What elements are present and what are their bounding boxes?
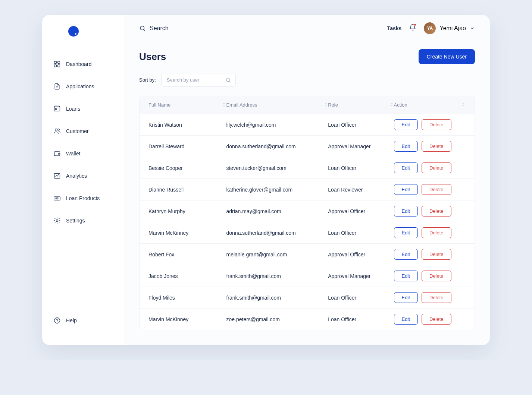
- sidebar-item-settings[interactable]: Settings: [49, 212, 117, 230]
- cell-role: Approval Officer: [328, 252, 394, 257]
- cell-email: steven.tucker@gmail.com: [226, 165, 328, 171]
- cell-actions: EditDelete: [394, 292, 466, 303]
- edit-button[interactable]: Edit: [394, 119, 418, 130]
- delete-button[interactable]: Delete: [422, 292, 451, 303]
- sort-icon: [323, 102, 328, 108]
- cell-name: Bessie Cooper: [148, 165, 226, 171]
- delete-button[interactable]: Delete: [422, 227, 451, 238]
- svg-point-6: [55, 129, 57, 131]
- delete-button[interactable]: Delete: [422, 206, 451, 217]
- grid-icon: [53, 60, 61, 68]
- user-menu[interactable]: YA Yemi Ajao: [424, 22, 475, 34]
- cell-actions: EditDelete: [394, 119, 466, 130]
- cell-actions: EditDelete: [394, 162, 466, 173]
- sort-icon: [461, 102, 466, 108]
- cell-role: Loan Officer: [328, 295, 394, 301]
- edit-button[interactable]: Edit: [394, 162, 418, 173]
- sidebar-item-customer[interactable]: Customer: [49, 122, 117, 140]
- delete-button[interactable]: Delete: [422, 119, 451, 130]
- svg-rect-10: [54, 197, 60, 200]
- table-row: Jacob Jonesfrank.smith@gmail.comApproval…: [140, 265, 475, 287]
- table-row: Robert Foxmelanie.grant@gmail.comApprova…: [140, 243, 475, 265]
- gear-icon: [53, 217, 61, 224]
- sidebar-item-label: Applications: [66, 83, 94, 89]
- search-icon: [225, 77, 231, 83]
- cell-email: donna.sutherland@gmail.com: [226, 143, 328, 149]
- chart-icon: [53, 172, 61, 180]
- edit-button[interactable]: Edit: [394, 314, 418, 325]
- search-label: Search: [150, 25, 169, 32]
- cell-email: zoe.peters@gmail.com: [226, 316, 328, 322]
- delete-button[interactable]: Delete: [422, 184, 451, 195]
- cell-actions: EditDelete: [394, 249, 466, 260]
- tasks-link[interactable]: Tasks: [387, 25, 402, 31]
- cell-email: katherine.glover@gmail.com: [226, 187, 328, 193]
- page-title: Users: [139, 51, 166, 63]
- sidebar-item-analytics[interactable]: Analytics: [49, 167, 117, 185]
- cell-name: Robert Fox: [148, 252, 226, 257]
- edit-button[interactable]: Edit: [394, 292, 418, 303]
- help-icon: [53, 317, 61, 324]
- table-row: Kathryn Murphyadrian.may@gmail.comApprov…: [140, 200, 475, 222]
- notifications-button[interactable]: [409, 24, 416, 33]
- sidebar: DashboardApplicationsLoansCustomerWallet…: [42, 15, 124, 345]
- delete-button[interactable]: Delete: [422, 314, 451, 325]
- cell-email: lily.welch@gmail.com: [226, 122, 328, 128]
- column-header[interactable]: Full Name: [148, 102, 226, 108]
- table-row: Bessie Coopersteven.tucker@gmail.comLoan…: [140, 157, 475, 178]
- cell-name: Marvin McKinney: [148, 230, 226, 236]
- table-row: Darrell Stewarddonna.sutherland@gmail.co…: [140, 135, 475, 157]
- sidebar-item-applications[interactable]: Applications: [49, 78, 117, 95]
- table-row: Marvin McKinneyzoe.peters@gmail.comLoan …: [140, 308, 475, 330]
- sidebar-item-loan-products[interactable]: Loan Products: [49, 189, 117, 207]
- edit-button[interactable]: Edit: [394, 271, 418, 281]
- search-icon: [139, 25, 146, 32]
- cell-email: melanie.grant@gmail.com: [226, 252, 328, 257]
- sidebar-item-help[interactable]: Help: [49, 312, 117, 329]
- cell-role: Approval Officer: [328, 208, 394, 214]
- edit-button[interactable]: Edit: [394, 249, 418, 260]
- column-label: Full Name: [148, 102, 170, 108]
- sidebar-item-label: Loan Products: [66, 195, 100, 201]
- sort-input-wrap: [161, 73, 236, 87]
- edit-button[interactable]: Edit: [394, 141, 418, 152]
- table-row: Dianne Russellkatherine.glover@gmail.com…: [140, 178, 475, 200]
- users-table: Full NameEmail AddressRoleAction Kristin…: [139, 96, 475, 330]
- column-label: Email Address: [226, 102, 257, 108]
- cell-name: Jacob Jones: [148, 273, 226, 279]
- cell-email: frank.smith@gmail.com: [226, 295, 328, 301]
- column-header[interactable]: Action: [394, 102, 466, 108]
- delete-button[interactable]: Delete: [422, 141, 451, 152]
- table-header: Full NameEmail AddressRoleAction: [140, 96, 475, 114]
- edit-button[interactable]: Edit: [394, 227, 418, 238]
- edit-button[interactable]: Edit: [394, 206, 418, 217]
- logo-wrap: [42, 26, 124, 55]
- cell-role: Approval Manager: [328, 143, 394, 149]
- sidebar-item-label: Loans: [66, 106, 80, 112]
- wallet-icon: [53, 150, 61, 157]
- create-user-button[interactable]: Create New User: [419, 49, 475, 64]
- main-area: Search Tasks YA Yemi Ajao Users Create N…: [124, 15, 490, 345]
- sidebar-item-wallet[interactable]: Wallet: [49, 145, 117, 162]
- delete-button[interactable]: Delete: [422, 271, 451, 281]
- svg-rect-2: [54, 65, 57, 67]
- page-header: Users Create New User: [139, 49, 475, 64]
- delete-button[interactable]: Delete: [422, 162, 451, 173]
- cell-name: Dianne Russell: [148, 187, 226, 193]
- delete-button[interactable]: Delete: [422, 249, 451, 260]
- edit-button[interactable]: Edit: [394, 184, 418, 195]
- users-icon: [53, 127, 61, 135]
- svg-point-16: [226, 78, 229, 81]
- column-header[interactable]: Email Address: [226, 102, 328, 108]
- sidebar-item-dashboard[interactable]: Dashboard: [49, 55, 117, 73]
- global-search[interactable]: Search: [139, 25, 169, 32]
- svg-rect-0: [54, 61, 57, 64]
- sidebar-nav: DashboardApplicationsLoansCustomerWallet…: [42, 55, 124, 312]
- sort-search-input[interactable]: [161, 73, 236, 87]
- sidebar-bottom: Help: [42, 312, 124, 334]
- column-header[interactable]: Role: [328, 102, 394, 108]
- cell-role: Loan Reviewer: [328, 187, 394, 193]
- sort-label: Sort by:: [139, 77, 156, 83]
- sidebar-item-loans[interactable]: Loans: [49, 100, 117, 118]
- cell-email: donna.sutherland@gmail.com: [226, 230, 328, 236]
